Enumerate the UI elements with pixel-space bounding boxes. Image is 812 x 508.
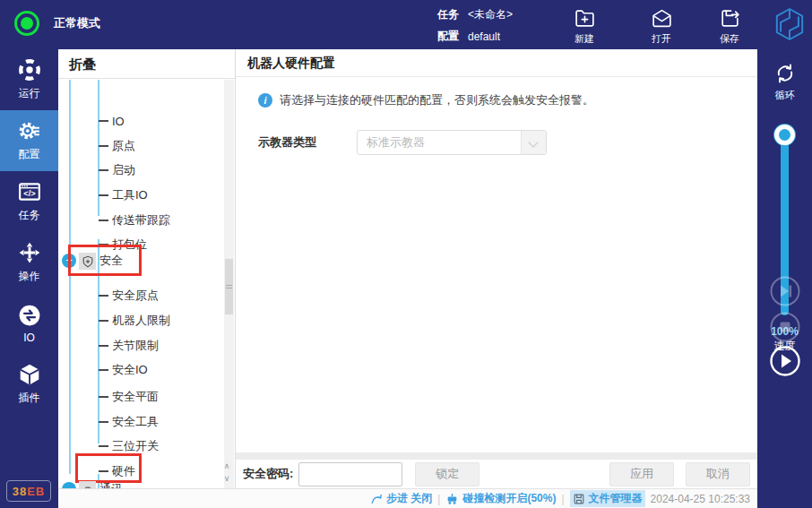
sidebar-item-io[interactable]: IO [0, 293, 58, 354]
code-window-icon: </> [18, 180, 41, 203]
sidebar-item-label: 任务 [19, 208, 40, 223]
config-tree-panel: 折叠 IO 原点 启动 工具IO 传送带跟踪 打包位 − 安全 安全原点 机器人… [58, 49, 236, 488]
collapse-toggle-safety[interactable]: − [62, 254, 76, 268]
safety-password-label: 安全密码: [243, 466, 293, 482]
sidebar-item-run[interactable]: 运行 [0, 49, 58, 110]
speed-slider-handle[interactable] [774, 125, 795, 145]
lock-button[interactable]: 锁定 [415, 462, 479, 486]
tree-item-origin[interactable]: 原点 [99, 136, 135, 156]
tree-item-hardware[interactable]: 硬件 [99, 461, 135, 481]
sidebar-item-label: 配置 [19, 147, 40, 162]
new-button[interactable]: 新建 [557, 7, 611, 46]
task-config-block: 任务 <未命名> 配置 default [437, 7, 513, 50]
sidebar-item-label: 插件 [19, 391, 40, 406]
chevron-down-icon [521, 131, 546, 154]
tree-item-three-position-switch[interactable]: 三位开关 [99, 436, 159, 456]
sidebar-item-plugin[interactable]: 插件 [0, 354, 58, 415]
mode-indicator[interactable]: 正常模式 [14, 11, 100, 36]
safety-checksum-badge: 38EB [6, 480, 51, 502]
pendant-type-value: 标准示教器 [367, 135, 425, 149]
sidebar-item-label: 运行 [19, 86, 40, 101]
scroll-down-button[interactable]: ∨ [224, 472, 230, 485]
apply-button[interactable]: 应用 [609, 462, 674, 486]
safety-password-bar: 安全密码: 锁定 应用 取消 [236, 460, 757, 488]
safety-password-input[interactable] [298, 462, 402, 486]
sidebar-item-config[interactable]: 配置 [0, 110, 58, 171]
tree-item-safety-tool[interactable]: 安全工具 [99, 412, 159, 432]
tree-item-safety[interactable]: 安全 [99, 251, 123, 271]
status-separator: | [437, 493, 440, 505]
sidebar-item-task[interactable]: </> 任务 [0, 171, 58, 232]
tree-tick [99, 320, 108, 322]
left-sidebar: 运行 配置 </> 任务 操作 IO [0, 49, 58, 508]
tree-tick [99, 194, 108, 196]
tree-tick [99, 145, 108, 147]
move-arrows-icon [18, 241, 41, 264]
config-label: 配置 [437, 29, 459, 44]
hardware-config-panel: 机器人硬件配置 i 请选择与连接的硬件匹配的配置，否则系统会触发安全报警。 示教… [236, 49, 757, 488]
status-separator: | [561, 493, 564, 505]
scroll-up-button[interactable]: ∧ [224, 460, 230, 472]
step-mode-icon [370, 493, 383, 505]
loop-label: 循环 [775, 89, 795, 102]
tree-item-communication[interactable]: 通讯 [99, 479, 123, 488]
tree-item-io[interactable]: IO [99, 111, 125, 131]
pendant-type-select[interactable]: 标准示教器 [357, 130, 547, 155]
tree-collapse-header[interactable]: 折叠 [58, 49, 235, 79]
right-control-bar: 循环 100% 速度 [757, 49, 812, 508]
info-icon: i [258, 93, 272, 108]
tree-tick [99, 396, 108, 398]
open-button[interactable]: 打开 [635, 7, 688, 46]
task-value: <未命名> [468, 7, 513, 22]
tree-tick [99, 295, 108, 297]
top-bar: 正常模式 任务 <未命名> 配置 default 新建 打开 保存 [0, 0, 812, 49]
loop-icon [773, 62, 797, 85]
tree-item-startup[interactable]: 启动 [99, 160, 135, 180]
stop-button[interactable] [769, 311, 801, 343]
save-button[interactable]: 保存 [703, 7, 756, 46]
cancel-button[interactable]: 取消 [686, 462, 750, 486]
tree-scrollbar-thumb[interactable] [225, 259, 233, 314]
tree-tick [99, 421, 108, 423]
pendant-type-label: 示教器类型 [258, 134, 316, 151]
tree-body: IO 原点 启动 工具IO 传送带跟踪 打包位 − 安全 安全原点 机器人限制 … [58, 80, 225, 488]
tree-line-root [69, 80, 71, 474]
loop-mode-button[interactable]: 循环 [757, 62, 812, 102]
step-mode-status[interactable]: 步进 关闭 [370, 491, 432, 506]
tree-item-safety-origin[interactable]: 安全原点 [99, 286, 159, 306]
mode-label: 正常模式 [54, 15, 100, 31]
sidebar-item-label: IO [23, 331, 35, 344]
clock-timestamp: 2024-04-25 10:25:33 [651, 493, 750, 505]
tree-item-tool-io[interactable]: 工具IO [99, 185, 148, 205]
status-light-icon [14, 11, 39, 36]
info-banner: i 请选择与连接的硬件匹配的配置，否则系统会触发安全报警。 [258, 92, 594, 108]
play-button[interactable] [769, 345, 801, 377]
tree-tick [99, 244, 108, 245]
tree-item-robot-limits[interactable]: 机器人限制 [99, 311, 170, 331]
save-button-label: 保存 [720, 32, 739, 46]
collapse-toggle-communication[interactable]: − [62, 482, 76, 488]
new-file-icon [574, 7, 596, 30]
step-forward-button[interactable] [769, 275, 801, 307]
stop-icon [769, 311, 801, 343]
tree-tick [99, 470, 108, 472]
tree-item-safety-plane[interactable]: 安全平面 [99, 387, 159, 407]
tree-item-joint-limits[interactable]: 关节限制 [99, 336, 159, 356]
tree-tick [99, 445, 108, 447]
panel-divider [236, 452, 757, 460]
play-icon [769, 345, 801, 377]
brand-logo [774, 7, 805, 45]
tree-tick [99, 220, 108, 221]
tree-item-safety-io[interactable]: 安全IO [99, 360, 148, 380]
collision-icon [445, 493, 459, 505]
tree-tick [99, 120, 108, 122]
config-value: default [468, 30, 500, 43]
file-manager-button[interactable]: 文件管理器 [570, 490, 645, 507]
tree-scrollbar[interactable] [224, 80, 234, 488]
collision-detection-status[interactable]: 碰撞检测开启(50%) [445, 491, 556, 506]
step-forward-icon [769, 275, 801, 307]
tree-tick [99, 169, 108, 171]
new-button-label: 新建 [574, 32, 594, 46]
tree-item-conveyor-tracking[interactable]: 传送带跟踪 [99, 211, 170, 230]
sidebar-item-operate[interactable]: 操作 [0, 232, 58, 293]
